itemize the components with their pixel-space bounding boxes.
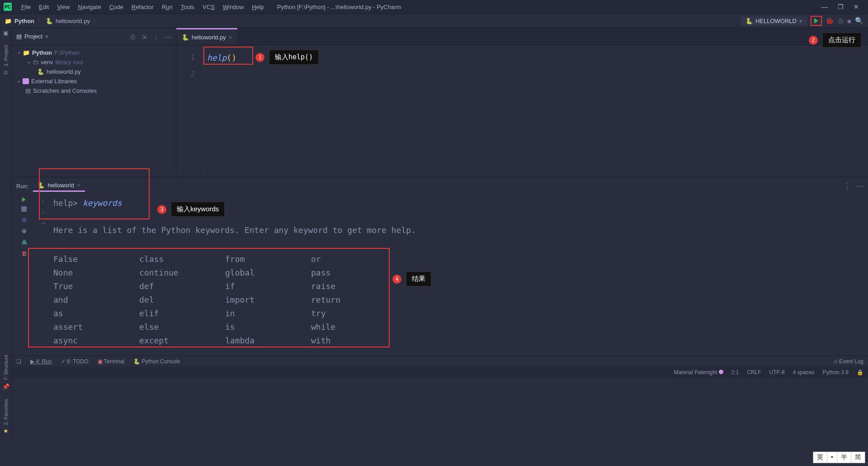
callout-3: 输入keywords bbox=[171, 202, 225, 217]
menu-tools[interactable]: Tools bbox=[177, 4, 198, 10]
menu-navigate[interactable]: Navigate bbox=[74, 4, 105, 10]
status-crlf[interactable]: CRLF bbox=[747, 369, 761, 376]
menu-view[interactable]: View bbox=[53, 4, 74, 10]
folder-icon: ▤ bbox=[16, 33, 22, 40]
tree-ext-libs[interactable]: ▸ External Libraries bbox=[14, 76, 174, 86]
nav-bar: 📁 Python 〉 🐍 helloworld.py 〉 🐍 HELLOWORL… bbox=[0, 14, 868, 28]
editor-tab[interactable]: 🐍 helloworld.py × bbox=[176, 28, 237, 45]
run-console[interactable]: help> keywords Here is a list of the Pyt… bbox=[50, 195, 868, 356]
keyword-cell: else bbox=[139, 320, 225, 334]
menu-file[interactable]: File bbox=[17, 4, 35, 10]
bottom-tab-todo[interactable]: ✓ 6: TODO bbox=[61, 358, 89, 365]
bottom-tab-pyconsole[interactable]: 🐍 Python Console bbox=[133, 358, 180, 365]
callout-badge-2: 2 bbox=[809, 36, 818, 45]
scratch-icon: ▤ bbox=[25, 87, 31, 94]
close-icon[interactable]: × bbox=[229, 34, 232, 41]
stop-icon[interactable]: ■ bbox=[847, 17, 851, 25]
debug-icon[interactable]: 🐞 bbox=[826, 17, 834, 25]
pin-icon[interactable]: ⊕ bbox=[22, 228, 27, 234]
python-file-icon: 🐍 bbox=[46, 18, 53, 24]
project-panel: ▤ Project ▾ ◎ ⇲ ⋮ — ▾ 📁 Python F:\Python… bbox=[12, 28, 176, 177]
bottom-event-log[interactable]: ◇ Event Log bbox=[834, 358, 863, 365]
side-tab-structure[interactable]: 7: Structure bbox=[3, 355, 9, 380]
keyword-cell: is bbox=[225, 320, 311, 334]
status-theme[interactable]: Material Palenight bbox=[674, 369, 723, 376]
up-icon[interactable]: ↑ bbox=[42, 197, 45, 204]
app-icon: PC bbox=[4, 3, 12, 11]
status-encoding[interactable]: UTF-8 bbox=[769, 369, 785, 376]
code-area[interactable]: 1 2 help() 1 输入help() bbox=[176, 45, 868, 177]
breadcrumb-root[interactable]: Python bbox=[14, 18, 34, 24]
menu-vcs[interactable]: VCS bbox=[198, 4, 219, 10]
window-minimize[interactable]: — bbox=[821, 3, 828, 10]
keyword-cell: async bbox=[53, 334, 139, 347]
keyword-cell: lambda bbox=[225, 334, 311, 347]
menu-code[interactable]: Code bbox=[105, 4, 127, 10]
window-close[interactable]: ✕ bbox=[854, 3, 859, 10]
lock-icon[interactable]: 🔒 bbox=[857, 369, 863, 376]
keyword-cell: import bbox=[225, 293, 311, 307]
collapse-icon[interactable]: ⇲ bbox=[141, 33, 147, 41]
trash-icon[interactable]: 🗑 bbox=[21, 250, 27, 257]
bottom-tab-terminal[interactable]: ▣ Terminal bbox=[98, 358, 124, 365]
close-icon[interactable]: × bbox=[77, 182, 80, 189]
down-icon[interactable]: ↓ bbox=[42, 209, 45, 215]
project-panel-label[interactable]: ▤ Project ▾ bbox=[16, 33, 48, 40]
more-icon[interactable]: ⋮ bbox=[844, 182, 851, 190]
side-tab-favorites[interactable]: 2: Favorites bbox=[3, 399, 9, 425]
menu-help[interactable]: Help bbox=[248, 4, 268, 10]
editor: 🐍 helloworld.py × 1 2 help() 1 输入help() bbox=[176, 28, 868, 177]
breadcrumb-file[interactable]: helloworld.py bbox=[56, 18, 90, 24]
print-icon[interactable]: 🖶 bbox=[21, 239, 27, 246]
play-icon bbox=[814, 18, 818, 24]
tree-file[interactable]: 🐍 helloworld.py bbox=[14, 67, 174, 76]
console-prompt: help> bbox=[53, 198, 78, 208]
menu-edit[interactable]: Edit bbox=[35, 4, 53, 10]
menu-bar: PC File Edit View Navigate Code Refactor… bbox=[0, 0, 868, 14]
more-icon[interactable]: ⋮ bbox=[152, 33, 159, 41]
search-icon[interactable]: 🔍 bbox=[855, 17, 863, 25]
tree-venv[interactable]: ▸ 🗀 venv library root bbox=[14, 57, 174, 67]
status-pos[interactable]: 2:1 bbox=[731, 369, 739, 376]
rerun-icon[interactable] bbox=[22, 197, 26, 202]
status-python[interactable]: Python 3.8 bbox=[823, 369, 849, 376]
keyword-cell: def bbox=[139, 280, 225, 293]
keyword-cell: while bbox=[311, 320, 397, 334]
tree-scratches[interactable]: ▤ Scratches and Consoles bbox=[14, 86, 174, 95]
stop-icon[interactable] bbox=[21, 206, 27, 212]
layers-icon[interactable]: ❏ bbox=[16, 358, 21, 365]
hide-icon[interactable]: — bbox=[165, 33, 171, 41]
keyword-cell: elif bbox=[139, 307, 225, 320]
side-tab-project[interactable]: 1: Project bbox=[3, 45, 9, 66]
bottom-tab-run[interactable]: ▶ 4: Run bbox=[30, 358, 52, 365]
run-action-bar: ⊞ ⊕ 🖶 🗑 bbox=[12, 195, 36, 356]
run-config-selector[interactable]: 🐍 HELLOWORLD ▾ bbox=[741, 16, 807, 26]
callout-2: 点击运行 bbox=[822, 33, 861, 48]
run-tab[interactable]: 🐍 helloworld × bbox=[33, 180, 85, 192]
window-maximize[interactable]: ❐ bbox=[838, 3, 844, 10]
console-output-header: Here is a list of the Python keywords. E… bbox=[53, 223, 868, 237]
layout-icon[interactable]: ⊞ bbox=[22, 216, 27, 223]
keyword-cell: try bbox=[311, 307, 397, 320]
status-indent[interactable]: 4 spaces bbox=[793, 369, 815, 376]
menu-window[interactable]: Window bbox=[219, 4, 248, 10]
keyword-cell: and bbox=[53, 293, 139, 307]
run-button[interactable] bbox=[811, 16, 822, 26]
callout-1: 输入help() bbox=[269, 50, 319, 65]
menu-refactor[interactable]: Refactor bbox=[127, 4, 158, 10]
callout-badge-4: 4 bbox=[392, 275, 401, 284]
status-bar: Material Palenight 2:1 CRLF UTF-8 4 spac… bbox=[0, 366, 868, 378]
console-input: keywords bbox=[83, 198, 122, 208]
menu-run[interactable]: Run bbox=[158, 4, 177, 10]
tree-root[interactable]: ▾ 📁 Python F:\Python bbox=[14, 48, 174, 57]
target-icon[interactable]: ◎ bbox=[130, 33, 136, 41]
run-target-icon[interactable]: ◎ bbox=[838, 17, 844, 25]
run-tab-label: helloworld bbox=[47, 182, 74, 189]
python-file-icon: 🐍 bbox=[37, 68, 44, 75]
hide-icon[interactable]: — bbox=[856, 182, 863, 190]
editor-tab-label: helloworld.py bbox=[192, 34, 226, 41]
ime-indicator[interactable]: 英•半简 bbox=[813, 452, 865, 463]
bottom-tool-bar: ❏ ▶ 4: Run ✓ 6: TODO ▣ Terminal 🐍 Python… bbox=[12, 356, 868, 366]
soft-wrap-icon[interactable]: ⤶ bbox=[41, 220, 46, 227]
line-numbers: 1 2 bbox=[176, 45, 203, 177]
